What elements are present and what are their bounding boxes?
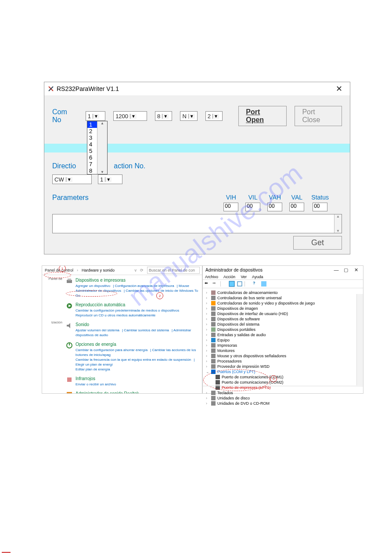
- com-no-value: 1: [86, 113, 93, 120]
- tree-item[interactable]: Mouse y otros dispositivos señaladores: [217, 353, 286, 359]
- cp-link[interactable]: Cambiar la frecuencia con la que el equi…: [76, 358, 191, 362]
- baud-value: 1200: [114, 113, 130, 120]
- menu-ver[interactable]: Ver: [241, 275, 247, 279]
- databits-select[interactable]: 8 ▼: [155, 111, 172, 121]
- realtek-link[interactable]: Administrador de sonido Realtek: [76, 391, 139, 394]
- svg-rect-12: [211, 290, 216, 295]
- vil-label: VIL: [248, 194, 258, 201]
- cp-link[interactable]: Cambiar la configuración para ahorrar en…: [76, 348, 147, 352]
- page-footer-mark: [2, 552, 11, 553]
- device-icon: [211, 327, 216, 332]
- tree-item[interactable]: Dispositivos de software: [217, 316, 260, 322]
- svg-rect-21: [211, 338, 216, 342]
- sound-link[interactable]: Sonido: [76, 322, 201, 327]
- maximize-button[interactable]: ▢: [342, 267, 350, 273]
- autoplay-link[interactable]: Reproducción automática: [76, 302, 182, 307]
- tree-item[interactable]: Entradas y salidas de audio: [217, 332, 266, 337]
- tree-item[interactable]: Dispositivos portátiles: [217, 327, 255, 332]
- dropdown-arrow-icon: ▼: [188, 114, 195, 119]
- tree-item[interactable]: Dispositivos del sistema: [217, 322, 259, 327]
- vertical-scrollbar[interactable]: [356, 294, 363, 385]
- tree-item[interactable]: Unidades de disco: [217, 395, 250, 401]
- tree-item[interactable]: Controladoras de almacenamiento: [217, 290, 278, 295]
- toolbar-help-icon[interactable]: ?: [253, 281, 259, 287]
- nav-back-icon[interactable]: ⬅: [205, 281, 211, 287]
- cp-link[interactable]: Mouse: [179, 284, 189, 288]
- cp-link[interactable]: Reproducir un CD u otros medios automáti…: [76, 313, 155, 317]
- action-no-select[interactable]: 1 ▼: [98, 174, 122, 184]
- dm-toolbar: ⬅ ➡ ?: [203, 279, 363, 288]
- cp-link[interactable]: Configuración avanzada de impresora: [115, 284, 174, 288]
- port-close-button[interactable]: Port Close: [295, 106, 342, 126]
- device-icon: [211, 338, 216, 342]
- power-options-link[interactable]: Opciones de energía: [76, 342, 201, 347]
- stopbits-value: 2: [206, 113, 212, 120]
- device-icon: [211, 290, 216, 295]
- device-icon: [211, 296, 216, 300]
- vah-value: 00: [267, 203, 282, 211]
- direction-select[interactable]: CW ▼: [52, 174, 92, 184]
- dropdown-arrow-icon: ▼: [66, 177, 72, 182]
- dropdown-arrow-icon: ▼: [105, 177, 111, 182]
- scroll-up-icon[interactable]: ▲: [101, 121, 104, 125]
- svg-rect-7: [67, 377, 72, 382]
- cp-link[interactable]: Enviar o recibir un archivo: [76, 382, 116, 386]
- com-no-select[interactable]: 1 ▼: [86, 111, 105, 121]
- svg-rect-8: [67, 392, 72, 394]
- parameters-label: Parameters: [52, 194, 89, 202]
- cp-link[interactable]: Ajustar volumen del sistema: [76, 328, 119, 332]
- device-icon: [211, 301, 216, 305]
- port-open-button[interactable]: Port Open: [238, 106, 287, 126]
- cp-link[interactable]: Cambiar la configuración predeterminada …: [76, 308, 179, 312]
- val-value: 00: [289, 203, 304, 211]
- get-button[interactable]: Get: [293, 236, 342, 250]
- infrared-link[interactable]: Infrarrojos: [76, 376, 119, 381]
- tree-item[interactable]: Controladoras de bus serie universal: [217, 295, 282, 301]
- tree-item[interactable]: Monitores: [217, 348, 235, 353]
- tree-item[interactable]: Procesadores: [217, 359, 242, 364]
- toolbar-icon[interactable]: [237, 281, 243, 287]
- scroll-down-icon[interactable]: ▼: [336, 229, 340, 233]
- cp-link[interactable]: Editar plan de energía: [76, 367, 110, 371]
- cp-link[interactable]: Elegir un plan de energí: [76, 363, 113, 366]
- menu-accion[interactable]: Acción: [223, 275, 235, 279]
- stopbits-select[interactable]: 2 ▼: [205, 111, 223, 121]
- infrared-icon: [66, 376, 73, 383]
- tree-item[interactable]: Dispositivos de interfaz de usuario (HID…: [217, 311, 288, 316]
- cp-link[interactable]: Cambiar sonidos del sistema: [124, 328, 169, 332]
- search-input[interactable]: [147, 267, 200, 274]
- direction-label: Directio: [52, 162, 76, 170]
- tree-item[interactable]: Proveedor de impresión WSD: [217, 364, 270, 369]
- autoplay-icon: [66, 302, 73, 309]
- toolbar-icon[interactable]: [229, 281, 235, 287]
- com-no-dropdown-list[interactable]: 1 2 3 4 5 6 7 8 ▲ ▼: [87, 121, 108, 174]
- vih-value: 00: [223, 203, 238, 211]
- device-icon: [211, 348, 216, 353]
- databits-value: 8: [155, 113, 162, 120]
- svg-rect-23: [211, 348, 216, 353]
- com-no-label: Com No: [52, 108, 78, 124]
- scroll-up-icon[interactable]: ▲: [336, 214, 340, 218]
- baud-select[interactable]: 1200 ▼: [113, 111, 147, 121]
- scroll-down-icon[interactable]: ▼: [101, 170, 104, 174]
- tree-item[interactable]: Unidades de DVD o CD-ROM: [217, 401, 270, 406]
- tree-item[interactable]: Dispositivos de imagen: [217, 306, 258, 311]
- close-button[interactable]: ✕: [331, 84, 346, 94]
- svg-rect-11: [261, 281, 266, 287]
- tree-item[interactable]: Equipo: [217, 337, 230, 343]
- svg-rect-20: [211, 333, 216, 337]
- menu-ayuda[interactable]: Ayuda: [252, 275, 263, 279]
- parity-select[interactable]: N ▼: [180, 111, 197, 121]
- annotation-oval-1: [44, 272, 71, 278]
- tree-item[interactable]: Controladoras de sonido y video y dispos…: [217, 301, 315, 306]
- minimize-button[interactable]: —: [332, 267, 341, 272]
- parameters-textarea[interactable]: ▲ ▼: [52, 214, 342, 233]
- devices-printers-link[interactable]: Dispositivos e impresoras: [76, 278, 201, 283]
- cp-link[interactable]: Agregar un dispositivo: [76, 284, 110, 288]
- close-button[interactable]: ✕: [352, 267, 360, 273]
- tree-item[interactable]: Impresoras: [217, 343, 237, 348]
- svg-rect-10: [237, 282, 242, 286]
- toolbar-refresh-icon[interactable]: [261, 281, 267, 287]
- device-icon: [211, 343, 216, 348]
- menu-archivo[interactable]: Archivo: [205, 275, 218, 279]
